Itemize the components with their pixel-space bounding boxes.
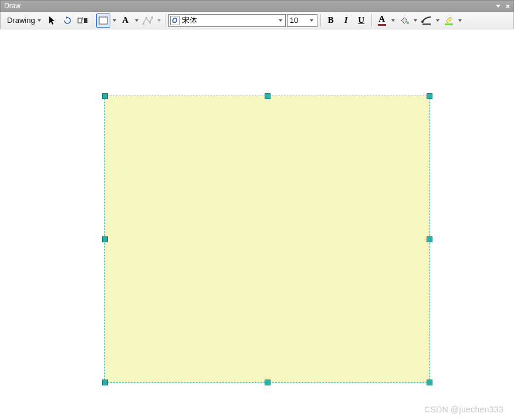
svg-rect-1	[84, 18, 87, 23]
font-color-button[interactable]: A	[375, 13, 389, 28]
fill-color-button[interactable]	[397, 13, 411, 28]
font-size-value: 10	[290, 16, 298, 25]
line-color-swatch	[422, 23, 431, 25]
chevron-down-icon	[310, 19, 313, 22]
chevron-down-icon	[38, 19, 41, 22]
separator	[93, 14, 93, 27]
separator	[371, 14, 372, 27]
svg-rect-7	[151, 16, 153, 18]
paint-bucket-icon	[399, 16, 410, 25]
resize-handle-e[interactable]	[427, 236, 432, 242]
rotate-tool-button[interactable]	[60, 13, 75, 28]
separator	[320, 14, 321, 27]
font-name-select[interactable]: O 宋体	[168, 14, 286, 27]
cursor-arrow-icon	[48, 16, 56, 25]
chevron-down-icon[interactable]	[391, 19, 395, 22]
chevron-down-icon[interactable]	[414, 19, 417, 22]
edit-points-icon	[143, 16, 153, 25]
line-color-button[interactable]	[420, 13, 434, 28]
resize-handle-s[interactable]	[265, 380, 270, 385]
font-preview-icon: O	[170, 16, 180, 25]
font-color-swatch	[378, 24, 386, 26]
bold-icon: B	[328, 15, 334, 25]
italic-icon: I	[344, 15, 348, 25]
edit-points-button[interactable]	[141, 13, 155, 28]
titlebar: Draw ×	[0, 0, 514, 12]
font-color-letter-icon: A	[378, 15, 385, 23]
drawing-menu-button[interactable]: Drawing	[3, 13, 44, 28]
chevron-down-icon[interactable]	[113, 19, 116, 22]
resize-handle-se[interactable]	[427, 380, 432, 385]
chevron-down-icon[interactable]	[458, 19, 462, 22]
svg-rect-5	[146, 17, 147, 19]
separator	[165, 14, 165, 27]
svg-rect-6	[149, 22, 151, 23]
svg-rect-3	[99, 17, 107, 24]
highlight-color-swatch	[445, 23, 453, 25]
svg-point-9	[421, 21, 424, 23]
underline-button[interactable]: U	[354, 13, 368, 28]
highlight-color-button[interactable]	[442, 13, 456, 28]
chevron-down-icon[interactable]	[157, 19, 161, 22]
textbox-letter-icon: A	[122, 16, 128, 25]
bold-button[interactable]: B	[324, 13, 338, 28]
close-icon[interactable]: ×	[505, 2, 510, 11]
toolbar-options-icon[interactable]	[496, 5, 501, 8]
drawing-canvas[interactable]	[0, 29, 514, 420]
chevron-down-icon[interactable]	[135, 19, 138, 22]
resize-handle-w[interactable]	[102, 236, 108, 242]
drawing-menu-label: Drawing	[5, 16, 36, 25]
resize-handle-nw[interactable]	[102, 93, 108, 99]
svg-rect-4	[143, 23, 144, 25]
rectangle-shape-button[interactable]	[96, 13, 110, 28]
rectangle-icon	[99, 16, 108, 25]
select-tool-button[interactable]	[45, 13, 59, 28]
chevron-down-icon	[279, 19, 282, 22]
selected-rectangle-shape[interactable]	[104, 96, 430, 383]
highlighter-icon	[444, 16, 454, 23]
resize-handle-ne[interactable]	[427, 93, 432, 99]
rotate-icon	[63, 16, 72, 25]
font-size-select[interactable]: 10	[287, 14, 317, 27]
underline-icon: U	[358, 15, 364, 25]
drawing-toolbar: Drawing A	[0, 12, 514, 29]
svg-point-8	[407, 22, 409, 24]
window-title: Draw	[4, 2, 21, 10]
brush-icon	[421, 16, 432, 23]
resize-handle-n[interactable]	[265, 93, 270, 99]
font-name-value: 宋体	[182, 15, 197, 26]
titlebar-controls: ×	[496, 2, 510, 11]
flip-icon	[77, 16, 88, 25]
italic-button[interactable]: I	[339, 13, 353, 28]
chevron-down-icon[interactable]	[436, 19, 439, 22]
textbox-button[interactable]: A	[119, 13, 133, 28]
flip-tool-button[interactable]	[76, 13, 90, 28]
svg-rect-0	[78, 18, 82, 23]
resize-handle-sw[interactable]	[102, 380, 108, 385]
